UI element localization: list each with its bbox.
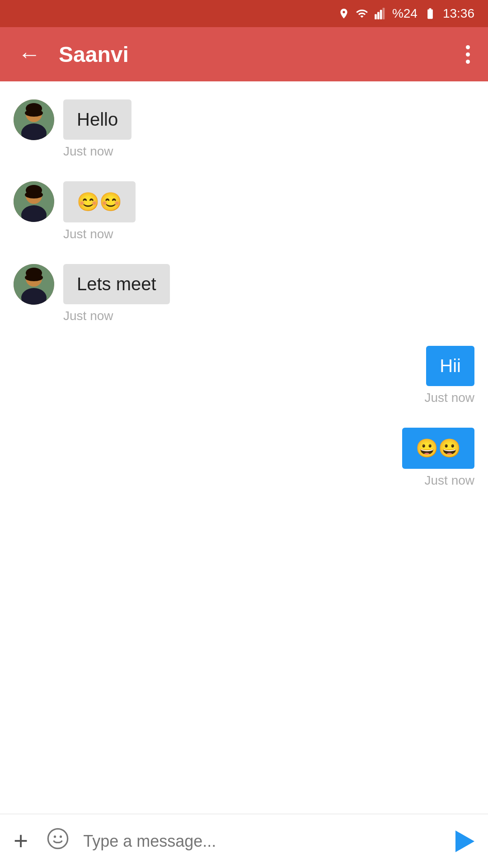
wifi-icon bbox=[355, 7, 369, 20]
battery-icon bbox=[423, 7, 437, 20]
avatar bbox=[14, 99, 54, 140]
dot-3 bbox=[466, 60, 470, 64]
status-time: 13:36 bbox=[443, 6, 474, 21]
svg-point-13 bbox=[25, 191, 43, 198]
message-row-received: 😊😊Just now bbox=[14, 181, 474, 241]
message-row-sent: HiiJust now bbox=[14, 346, 474, 405]
svg-rect-1 bbox=[377, 12, 380, 19]
svg-point-19 bbox=[48, 829, 67, 848]
message-bubble: 😊😊 bbox=[63, 181, 136, 222]
signal-icon bbox=[374, 7, 387, 20]
avatar bbox=[14, 181, 54, 222]
message-bubble: Hello bbox=[63, 99, 131, 140]
svg-point-8 bbox=[25, 109, 43, 117]
message-time: Just now bbox=[63, 144, 131, 159]
message-row-received: HelloJust now bbox=[14, 99, 474, 159]
dot-2 bbox=[466, 52, 470, 57]
message-row-received: Lets meetJust now bbox=[14, 264, 474, 323]
app-bar: ← Saanvi bbox=[0, 27, 488, 81]
message-bubble: 😀😀 bbox=[402, 428, 474, 469]
status-icons: %24 13:36 bbox=[338, 6, 474, 21]
message-content: Lets meetJust now bbox=[63, 264, 170, 323]
send-button[interactable] bbox=[451, 826, 479, 857]
send-arrow-icon bbox=[455, 830, 474, 852]
message-time: Just now bbox=[425, 391, 475, 405]
status-bar: %24 13:36 bbox=[0, 0, 488, 27]
battery-text: %24 bbox=[392, 6, 418, 21]
more-menu-button[interactable] bbox=[461, 41, 474, 68]
message-content: 😊😊Just now bbox=[63, 181, 136, 241]
message-time: Just now bbox=[63, 227, 136, 241]
chat-area: HelloJust now 😊😊Just now Lets meetJust n… bbox=[0, 81, 488, 814]
emoji-button[interactable] bbox=[42, 822, 74, 860]
dot-1 bbox=[466, 45, 470, 49]
svg-point-20 bbox=[54, 835, 56, 838]
message-row-sent: 😀😀Just now bbox=[14, 428, 474, 488]
message-time: Just now bbox=[425, 473, 475, 488]
message-bubble: Hii bbox=[426, 346, 474, 386]
message-time: Just now bbox=[63, 309, 170, 323]
svg-point-18 bbox=[25, 274, 43, 281]
bottom-bar: + bbox=[0, 814, 488, 868]
contact-name: Saanvi bbox=[59, 42, 448, 67]
svg-point-21 bbox=[60, 835, 62, 838]
svg-rect-0 bbox=[375, 14, 377, 19]
message-input[interactable] bbox=[83, 832, 442, 851]
add-button[interactable]: + bbox=[9, 824, 33, 858]
svg-rect-3 bbox=[383, 8, 385, 19]
back-button[interactable]: ← bbox=[14, 37, 45, 72]
svg-rect-2 bbox=[380, 10, 382, 19]
avatar bbox=[14, 264, 54, 305]
message-bubble: Lets meet bbox=[63, 264, 170, 304]
location-icon bbox=[338, 7, 350, 20]
message-content: HelloJust now bbox=[63, 99, 131, 159]
